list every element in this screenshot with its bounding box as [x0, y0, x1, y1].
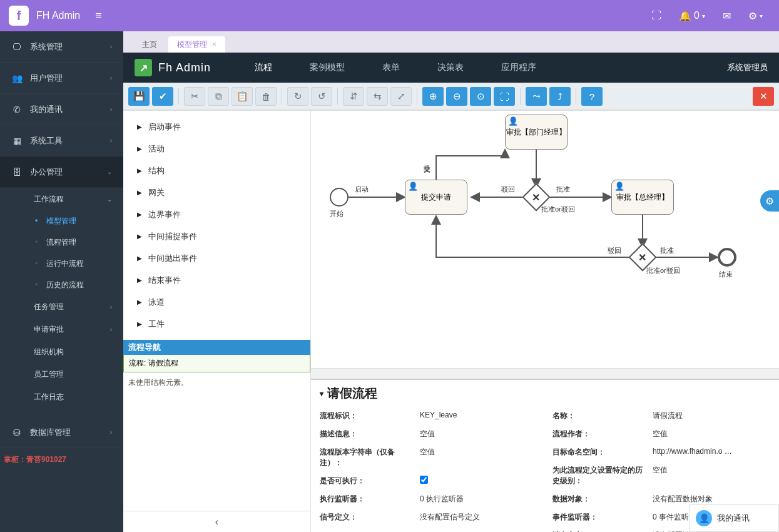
property-value: 没有配置数据对象 — [653, 494, 770, 504]
copy-button[interactable]: ⧉ — [208, 87, 229, 106]
editor-header: ↗ Fh Admin 流程 案例模型 表单 决策表 应用程序 系统管理员 — [123, 53, 779, 83]
edge-reject-1: 驳回 — [501, 185, 515, 194]
edge-approve-1: 批准 — [556, 185, 570, 194]
property-row[interactable]: 流程版本字符串（仅备注）：空值 — [320, 443, 537, 472]
sidebar-sub-org[interactable]: 组织机构 — [0, 340, 123, 363]
property-row[interactable]: 信号定义：没有配置信号定义 — [320, 508, 537, 526]
diagram-canvas[interactable]: 开始 启动 👤提交申请 提交 👤审批【部门经理】 驳回 批准 批准or驳回 👤审… — [311, 111, 779, 368]
close-button[interactable]: ✕ — [753, 87, 774, 106]
node-end[interactable] — [718, 248, 736, 267]
subnav-form[interactable]: 表单 — [382, 62, 400, 73]
sidebar-item-office[interactable]: 🗄办公管理⌄ — [0, 156, 123, 188]
node-gm[interactable]: 👤审批【总经理】 — [611, 180, 674, 215]
top-bar: f FH Admin ≡ ⛶ 🔔0▾ ✉ ⚙▾ — [0, 0, 779, 31]
sidebar-leaf-process[interactable]: 流程管理 — [0, 232, 123, 253]
sidebar-item-users[interactable]: 👥用户管理› — [0, 63, 123, 94]
property-label: 流程版本字符串（仅备注）： — [320, 447, 414, 468]
property-row[interactable]: 执行监听器：0 执行监听器 — [320, 490, 537, 508]
gateway-1-label: 批准or驳回 — [541, 205, 575, 214]
paste-button[interactable]: 📋 — [232, 87, 253, 106]
palette-item[interactable]: ▶网关 — [123, 182, 310, 203]
subnav-app[interactable]: 应用程序 — [501, 62, 536, 73]
delete-button[interactable]: 🗑 — [255, 87, 277, 106]
same-size-button[interactable]: ⤢ — [390, 87, 412, 106]
zoom-out-button[interactable]: ⊖ — [446, 87, 467, 106]
node-submit[interactable]: 👤提交申请 — [405, 180, 467, 215]
subnav-decision[interactable]: 决策表 — [437, 62, 464, 73]
palette-item[interactable]: ▶中间捕捉事件 — [123, 225, 310, 247]
nav-panel-row[interactable]: 流程: 请假流程 — [123, 355, 310, 372]
property-value: 空值 — [653, 429, 770, 439]
node-manager[interactable]: 👤审批【部门经理】 — [505, 115, 568, 150]
page-tabs: 主页 模型管理 — [123, 31, 779, 53]
settings-icon[interactable]: ⚙▾ — [748, 10, 763, 22]
palette-collapse-icon[interactable]: ‹ — [123, 511, 310, 532]
palette-item[interactable]: ▶中间抛出事件 — [123, 247, 310, 269]
palette-item[interactable]: ▶结构 — [123, 160, 310, 182]
redo-button[interactable]: ↻ — [287, 87, 308, 106]
property-row[interactable]: 名称：请假流程 — [552, 407, 770, 425]
sidebar-sub-staff[interactable]: 员工管理 — [0, 363, 123, 386]
validate-button[interactable]: ✔ — [152, 87, 173, 106]
logo-icon: f — [9, 6, 29, 26]
property-row[interactable]: 目标命名空间：http://www.fhadmin.o … — [552, 443, 770, 461]
property-value: 没有配置信号定义 — [420, 512, 537, 523]
sidebar-leaf-running[interactable]: 运行中流程 — [0, 253, 123, 274]
property-row[interactable]: 为此流程定义设置特定的历史级别：空值 — [552, 461, 770, 490]
palette-item[interactable]: ▶结束事件 — [123, 269, 310, 291]
sidebar-item-contacts[interactable]: ✆我的通讯› — [0, 94, 123, 125]
sidebar-sub-approval[interactable]: 申请审批› — [0, 318, 123, 340]
palette-item[interactable]: ▶启动事件 — [123, 116, 310, 138]
subnav-process[interactable]: 流程 — [255, 62, 272, 73]
zoom-fit-button[interactable]: ⊙ — [470, 87, 491, 106]
menu-toggle-icon[interactable]: ≡ — [95, 9, 102, 23]
bend-remove-button[interactable]: ⤴ — [549, 87, 571, 106]
chat-widget[interactable]: 👤 我的通讯 — [689, 504, 779, 532]
subnav-case[interactable]: 案例模型 — [310, 62, 345, 73]
brand-label: FH Admin — [36, 10, 80, 21]
palette-column: ▶启动事件▶活动▶结构▶网关▶边界事件▶中间捕捉事件▶中间抛出事件▶结束事件▶泳… — [123, 111, 311, 532]
property-row[interactable]: 描述信息：空值 — [320, 425, 537, 443]
help-button[interactable]: ? — [581, 87, 603, 106]
align-vertical-button[interactable]: ⇵ — [343, 87, 364, 106]
side-settings-tab[interactable]: ⚙ — [760, 190, 779, 212]
sidebar-item-tools[interactable]: ▦系统工具› — [0, 125, 123, 156]
property-label: 事件监听器： — [552, 512, 646, 523]
notification-icon[interactable]: 🔔0▾ — [679, 10, 705, 22]
sidebar-sub-workflow[interactable]: 工作流程⌄ — [0, 188, 123, 210]
fullscreen-icon[interactable]: ⛶ — [651, 10, 661, 21]
mail-icon[interactable]: ✉ — [723, 10, 731, 22]
property-label: 描述信息： — [320, 429, 414, 439]
sidebar-leaf-history[interactable]: 历史的流程 — [0, 274, 123, 295]
palette-item[interactable]: ▶边界事件 — [123, 203, 310, 225]
horizontal-scrollbar[interactable] — [311, 368, 779, 379]
property-row[interactable]: 是否可执行： — [320, 472, 537, 490]
palette-item[interactable]: ▶泳道 — [123, 291, 310, 313]
align-horizontal-button[interactable]: ⇆ — [367, 87, 388, 106]
page-tab-model[interactable]: 模型管理 — [168, 36, 225, 53]
sidebar-item-database[interactable]: ⛁数据库管理› — [0, 417, 123, 448]
current-user-label[interactable]: 系统管理员 — [727, 62, 768, 73]
palette-item[interactable]: ▶工件 — [123, 313, 310, 335]
sidebar-sub-tasks[interactable]: 任务管理› — [0, 295, 123, 318]
property-value: KEY_leave — [420, 411, 537, 419]
nav-panel-note: 未使用结构元素。 — [123, 372, 310, 393]
node-start[interactable] — [330, 188, 349, 207]
property-row[interactable]: 流程作者：空值 — [552, 425, 770, 443]
property-row[interactable]: 流程标识：KEY_leave — [320, 407, 537, 425]
save-button[interactable]: 💾 — [128, 87, 150, 106]
bend-add-button[interactable]: ⤳ — [526, 87, 547, 106]
cut-button[interactable]: ✂ — [184, 87, 205, 106]
sidebar: 🖵系统管理› 👥用户管理› ✆我的通讯› ▦系统工具› 🗄办公管理⌄ 工作流程⌄… — [0, 31, 123, 532]
executable-checkbox[interactable] — [420, 476, 428, 484]
sidebar-leaf-model[interactable]: 模型管理 — [0, 210, 123, 232]
properties-title[interactable]: 请假流程 — [311, 380, 779, 407]
palette-item[interactable]: ▶活动 — [123, 138, 310, 160]
gateway-2-label: 批准or驳回 — [646, 266, 680, 275]
zoom-in-button[interactable]: ⊕ — [422, 87, 444, 106]
sidebar-item-system[interactable]: 🖵系统管理› — [0, 31, 123, 63]
undo-button[interactable]: ↺ — [311, 87, 332, 106]
sidebar-sub-log[interactable]: 工作日志 — [0, 386, 123, 408]
page-tab-home[interactable]: 主页 — [133, 36, 166, 53]
zoom-reset-button[interactable]: ⛶ — [494, 87, 515, 106]
